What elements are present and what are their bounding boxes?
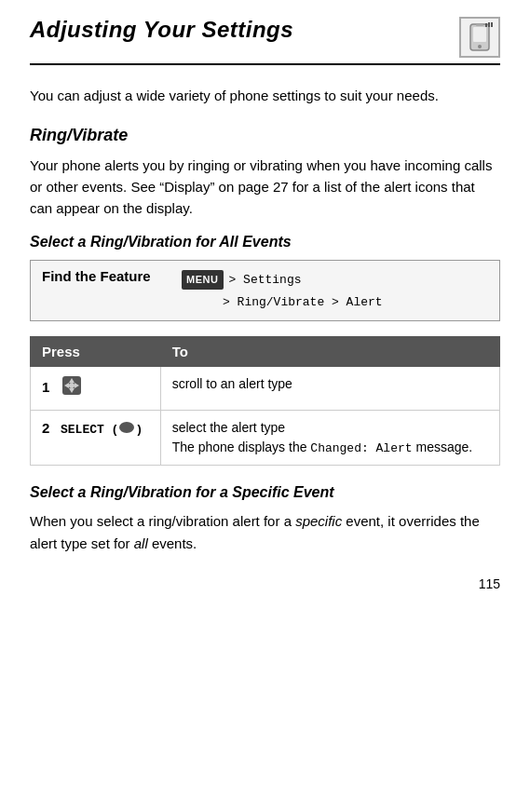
page-title: Adjusting Your Settings: [30, 17, 293, 43]
specific-body-italic2: all: [134, 535, 148, 551]
specific-event-body: When you select a ring/vibration alert f…: [30, 510, 500, 554]
row2-to-line2: The phone displays the: [172, 440, 311, 454]
col-press-header: Press: [31, 336, 161, 366]
select-specific-event-heading: Select a Ring/Vibration for a Specific E…: [30, 484, 500, 501]
svg-rect-4: [485, 23, 487, 27]
svg-point-13: [119, 422, 134, 433]
svg-point-12: [69, 383, 75, 388]
col-to-header: To: [160, 336, 499, 366]
intro-text: You can adjust a wide variety of phone s…: [30, 86, 500, 107]
header-row: Adjusting Your Settings: [30, 0, 500, 65]
nav-pad-icon: [61, 374, 83, 402]
find-feature-box: Find the Feature MENU > Settings > Ring/…: [30, 260, 500, 321]
svg-point-2: [478, 45, 482, 48]
row1-press: 1: [31, 366, 161, 410]
select-btn: SELECT (: [61, 423, 118, 437]
row2-mono: Changed: Alert: [310, 441, 412, 455]
table-row: 1 scroll to an alert t: [31, 366, 500, 410]
press-to-table: Press To 1: [30, 336, 500, 467]
row2-to: select the alert type The phone displays…: [160, 410, 499, 466]
path-line1: > Settings: [228, 273, 301, 287]
row2-to-end: message.: [413, 440, 473, 454]
specific-body-italic: specific: [295, 513, 342, 529]
find-feature-label: Find the Feature: [42, 268, 172, 284]
page-wrapper: Adjusting Your Settings You can adjust a…: [0, 0, 530, 812]
specific-body-start: When you select a ring/vibration alert f…: [30, 513, 295, 529]
softkey-icon: [118, 420, 135, 440]
row2-num: 2: [42, 420, 49, 436]
find-feature-path: MENU > Settings > Ring/Vibrate > Alert: [182, 268, 383, 313]
header-icon: [459, 17, 500, 58]
svg-rect-6: [491, 22, 493, 27]
select-all-events-heading: Select a Ring/Vibration for All Events: [30, 234, 500, 250]
ring-vibrate-body: Your phone alerts you by ringing or vibr…: [30, 155, 500, 220]
path-line2: > Ring/Vibrate > Alert: [223, 295, 383, 309]
row1-to: scroll to an alert type: [160, 366, 499, 410]
svg-rect-5: [488, 22, 490, 27]
row2-press: 2 SELECT ( ): [31, 410, 161, 466]
svg-rect-3: [476, 24, 483, 26]
phone-settings-icon: [465, 22, 495, 52]
ring-vibrate-heading: Ring/Vibrate: [30, 126, 500, 145]
page-number: 115: [30, 576, 500, 591]
menu-button: MENU: [182, 270, 224, 291]
row2-to-line1: select the alert type: [172, 420, 285, 435]
row1-num: 1: [42, 379, 49, 395]
svg-rect-1: [473, 27, 486, 42]
table-row: 2 SELECT ( ) select the alert type The p…: [31, 410, 500, 466]
specific-body-end: events.: [148, 535, 197, 551]
